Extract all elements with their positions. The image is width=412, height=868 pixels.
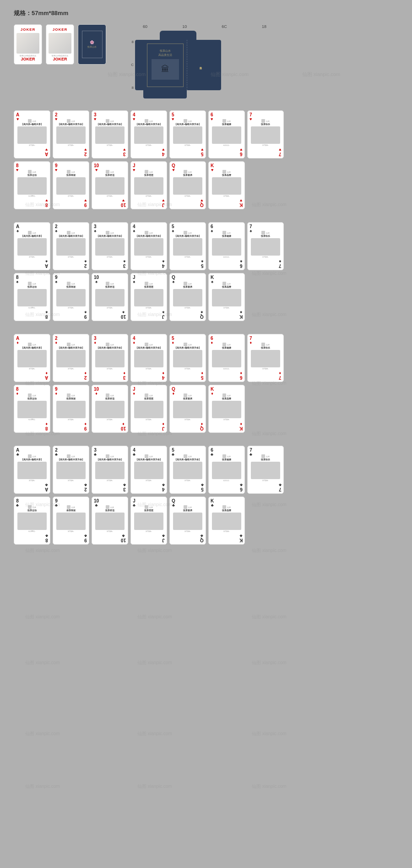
card-J-♥: J ♥ 山水 悦享琵琶 关于室内... J ♥ — [130, 161, 167, 209]
card-J-♦: J ♦ 山水 悦享琵琶 关于室内... J ♦ — [130, 385, 167, 433]
card-image — [212, 462, 241, 479]
card-title: 【高洋房+咖啡共享升体】 — [58, 459, 84, 461]
brand-logo: 山水 — [106, 505, 114, 509]
diecut-container: 60 10 6C 18 8 C 8 — [129, 24, 266, 99]
preview-section: JOKER 悦享山水·高品质生活 JOKER JOKER 悦享山水·高品质生活 … — [14, 24, 398, 99]
card-6-♦: 6 ♦ 山水 悦享健康 在九九九... 6 ♦ — [208, 334, 245, 382]
card-content: 山水 【高洋房+咖啡共享】 关于室内... — [16, 231, 49, 262]
card-title: 【高洋房+咖啡共享升体】 — [97, 235, 123, 237]
card-desc: 关于室内... — [184, 307, 191, 309]
card-image — [173, 462, 202, 479]
brand-logo: 山水 — [184, 170, 192, 174]
card-title: 【高洋房+咖啡共享升体】 — [58, 235, 84, 237]
brand-logo: 山水 — [184, 505, 192, 509]
card-desc: 关于室内... — [223, 531, 230, 533]
card-image — [173, 238, 202, 256]
wm-29: 仙图 xianpic.com — [252, 731, 287, 737]
card-image — [134, 238, 163, 256]
corner-br: 7 ♦ — [279, 371, 282, 380]
card-image — [134, 513, 163, 530]
corner-br: K ♥ — [239, 198, 243, 207]
card-content: 山水 【高洋房+咖啡共享升体】 关于室内... — [93, 454, 126, 485]
card-image — [173, 177, 202, 195]
card-content: 山水 悦享宴席 关于室内... — [171, 282, 204, 312]
card-2-♦: 2 ♦ 山水 【高洋房+咖啡共享升体】 关于室内... 2 ♦ — [53, 334, 89, 382]
card-desc: 在九九九... — [223, 480, 230, 482]
card-title: 【高洋房+咖啡共享升体】 — [58, 123, 84, 126]
card-10-♠: 10 ♠ 山水 悦享舒适 关于室内... 10 ♠ — [92, 273, 128, 321]
brand-logo: 山水 — [261, 119, 270, 123]
card-desc: 在九九九... — [223, 368, 230, 370]
corner-br: 6 ♦ — [240, 371, 243, 380]
card-content: 山水 【高洋房+咖啡共享升体】 关于室内... — [171, 231, 204, 262]
brand-logo: 山水 — [67, 282, 75, 285]
card-6-♥: 6 ♥ 山水 悦享健康 在九九九... 6 ♥ — [208, 110, 245, 158]
card-4-♠: 4 ♠ 山水 【高洋房+咖啡共享升体】 关于室内... 4 ♠ — [130, 222, 167, 270]
card-title: 悦享运动 — [27, 398, 37, 400]
card-title: 悦享快乐 — [261, 235, 270, 237]
card-image — [95, 238, 125, 256]
card-J-♠: J ♠ 山水 悦享琵琶 关于室内... J ♠ — [130, 273, 167, 321]
card-8-♠: 8 ♠ 山水 悦享运动 出入220元... 8 ♠ — [14, 273, 50, 321]
corner-br: 7 ♥ — [279, 147, 282, 157]
card-image — [212, 513, 241, 530]
card-desc: 关于室内... — [107, 531, 114, 533]
card-content: 山水 【高洋房+咖啡共享升体】 关于室内... — [93, 343, 126, 373]
card-desc: 出入220元... — [28, 196, 36, 197]
card-content: 山水 悦享宴席 关于室内... — [171, 393, 204, 424]
card-title: 悦享舒适 — [105, 286, 114, 288]
card-title: 【高洋房+咖啡共享升体】 — [136, 235, 162, 237]
card-previews: JOKER 悦享山水·高品质生活 JOKER JOKER 悦享山水·高品质生活 … — [14, 24, 106, 65]
card-3-♥: 3 ♥ 山水 【高洋房+咖啡共享升体】 关于室内... 3 ♥ — [92, 110, 128, 158]
card-desc: 关于室内... — [68, 145, 75, 147]
card-title: 【高洋房+咖啡共享升体】 — [136, 123, 162, 126]
card-desc: 关于室内... — [107, 480, 114, 482]
card-title: 【高洋房+咖啡共享升体】 — [174, 235, 201, 237]
card-title: 悦享运动 — [27, 286, 37, 288]
card-9-♣: 9 ♣ 山水 保享阅读 关于室内... 9 ♣ — [53, 497, 89, 545]
brand-logo: 山水 — [145, 282, 153, 285]
card-9-♥: 9 ♥ 山水 悦享阅读 关于室内... 9 ♥ — [53, 161, 89, 209]
brand-logo: 山水 — [184, 231, 192, 235]
corner-br: A ♠ — [45, 259, 48, 268]
card-content: 山水 【高洋房+咖啡共享升体】 关于室内... — [54, 119, 87, 150]
card-desc: 在九九九... — [223, 257, 230, 258]
card-title: 悦享阅读 — [66, 174, 76, 176]
card-8-♣: 8 ♣ 山水 悦享运动 出入220元... 8 ♣ — [14, 497, 50, 545]
suit-section-1: A ♠ 山水 【高洋房+咖啡共享】 关于室内... A ♠ 2 ♠ 山水 【高洋 — [14, 222, 398, 321]
diecut-center-border: 悦享山水高品质生活 🏛 — [147, 44, 184, 87]
card-image — [56, 126, 86, 144]
card-content: 山水 悦享运动 出入220元... — [16, 170, 49, 201]
card-desc: 关于室内... — [262, 368, 269, 370]
card-content: 山水 悦享运动 出入220元... — [16, 505, 49, 536]
card-image — [173, 401, 202, 418]
card-content: 山水 悦享快乐 关于室内... — [249, 231, 282, 262]
card-desc: 关于室内... — [146, 531, 152, 533]
diecut-center: 悦享山水高品质生活 🏛 — [143, 40, 187, 90]
card-desc: 关于室内... — [262, 145, 269, 147]
diecut-left-flap — [135, 40, 143, 90]
diecut-section: 60 10 6C 18 8 C 8 — [129, 24, 398, 99]
card-7-♦: 7 ♦ 山水 悦享快乐 关于室内... 7 ♦ — [247, 334, 284, 382]
corner-br: J ♦ — [162, 421, 165, 431]
wm-28: 仙图 xianpic.com — [137, 731, 172, 737]
card-image — [17, 289, 47, 306]
card-3-♦: 3 ♦ 山水 【高洋房+咖啡共享升体】 关于室内... 3 ♦ — [92, 334, 128, 382]
card-desc: 关于室内... — [146, 145, 152, 147]
section-divider — [14, 329, 398, 330]
corner-br: K ♣ — [239, 533, 243, 543]
card-image — [17, 513, 47, 530]
card-row-diamonds-row1: A ♦ 山水 【高洋房+咖啡共享】 关于室内... A ♦ 2 ♦ 山水 【高洋 — [14, 334, 398, 382]
diecut-building-icon: 🏛 — [161, 65, 169, 74]
brand-logo: 山水 — [28, 393, 36, 397]
corner-br: Q ♣ — [200, 533, 204, 543]
wm-26: 仙图 xianpic.com — [252, 660, 287, 666]
section-divider — [14, 553, 398, 554]
diecut-far-right — [214, 40, 221, 90]
card-title: 悦享琵琶 — [144, 286, 153, 288]
card-4-♣: 4 ♣ 山水 【高洋房+咖啡共享升体】 关于室内... 4 ♣ — [130, 446, 167, 494]
card-desc: 关于室内... — [68, 368, 75, 370]
card-desc: 关于室内... — [223, 419, 230, 421]
card-title: 悦享晶赞 — [222, 174, 231, 176]
card-content: 山水 悦享琵琶 关于室内... — [132, 505, 165, 536]
